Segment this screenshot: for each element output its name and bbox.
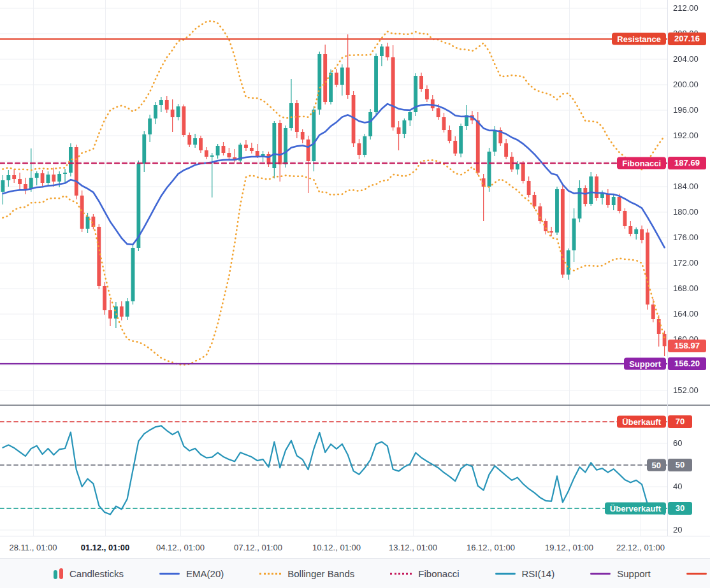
line-icon (686, 573, 707, 575)
rsi-tick-label: 40 (673, 482, 682, 492)
line-icon (495, 573, 516, 575)
chart-legend: CandlesticksEMA(20)Bollinger BandsFibona… (0, 558, 710, 588)
fibonacci-value-tag: 187.69 (668, 157, 706, 169)
candlesticks-icon (54, 567, 63, 580)
legend-item-resistance[interactable]: Resistance (686, 568, 710, 579)
overbought-level-chip[interactable]: Überkauft (617, 416, 666, 428)
resistance-value-tag: 207.16 (668, 32, 706, 45)
price-tick-label: 184.00 (673, 182, 699, 192)
price-tick-label: 192.00 (673, 131, 699, 141)
date-label: 22.12., 01:00 (616, 543, 665, 552)
last-price-value-tag: 158.97 (668, 340, 706, 352)
legend-item-label: Support (617, 568, 651, 579)
line-icon (590, 573, 611, 575)
legend-item-label: Fibonacci (418, 568, 459, 579)
price-tick-label: 204.00 (673, 54, 699, 64)
price-tick-label: 176.00 (673, 233, 699, 243)
fibonacci-level-chip[interactable]: Fibonacci (617, 157, 666, 169)
legend-item-candlesticks[interactable]: Candlesticks (54, 567, 124, 580)
oversold-level-chip[interactable]: Überverkauft (605, 503, 666, 515)
price-rsi-chart-canvas[interactable] (0, 0, 710, 536)
date-label: 04.12., 01:00 (156, 543, 205, 552)
price-tick-label: 172.00 (673, 258, 699, 268)
trading-chart-app: 212.00208.00204.00200.00196.00192.00188.… (0, 0, 710, 588)
price-tick-label: 212.00 (673, 3, 699, 13)
legend-item-ema-20-[interactable]: EMA(20) (159, 568, 224, 579)
date-label: 19.12., 01:00 (545, 543, 593, 552)
price-tick-label: 152.00 (673, 385, 699, 396)
legend-item-rsi-14-[interactable]: RSI(14) (495, 568, 555, 579)
resistance-level-chip[interactable]: Resistance (612, 33, 666, 45)
date-label-month-start: 01.12., 01:00 (81, 543, 130, 552)
midline-level-chip[interactable]: 50 (647, 459, 666, 471)
legend-item-support[interactable]: Support (590, 568, 651, 579)
date-label: 16.12., 01:00 (467, 543, 515, 552)
price-tick-label: 180.00 (673, 207, 699, 217)
midline-value-tag: 50 (668, 459, 692, 471)
support-value-tag: 156.20 (668, 357, 706, 370)
line-icon (159, 573, 180, 575)
chart-panes: 212.00208.00204.00200.00196.00192.00188.… (0, 0, 710, 536)
oversold-value-tag: 30 (668, 502, 692, 515)
dotted-line-icon (259, 573, 281, 575)
date-label: 10.12., 01:00 (312, 543, 361, 552)
overbought-value-tag: 70 (668, 415, 692, 428)
legend-item-bollinger-bands[interactable]: Bollinger Bands (259, 568, 354, 579)
dotted-line-icon (390, 573, 412, 575)
date-label: 07.12., 01:00 (234, 543, 282, 552)
rsi-tick-label: 60 (673, 438, 682, 448)
legend-item-label: RSI(14) (522, 568, 555, 579)
legend-item-fibonacci[interactable]: Fibonacci (390, 568, 459, 579)
price-axis-border (667, 0, 668, 536)
price-tick-label: 168.00 (673, 283, 699, 294)
date-label: 28.11., 01:00 (10, 543, 57, 552)
support-level-chip[interactable]: Support (624, 358, 666, 370)
price-tick-label: 200.00 (673, 80, 699, 90)
legend-item-label: EMA(20) (186, 568, 224, 579)
legend-item-label: Bollinger Bands (287, 568, 354, 579)
price-tick-label: 164.00 (673, 309, 699, 319)
date-label: 13.12., 01:00 (389, 543, 437, 552)
legend-item-label: Candlesticks (69, 568, 124, 579)
price-tick-label: 196.00 (673, 105, 699, 115)
time-axis[interactable]: 28.11., 01:0001.12., 01:0004.12., 01:000… (0, 536, 710, 558)
rsi-tick-label: 20 (673, 525, 682, 535)
